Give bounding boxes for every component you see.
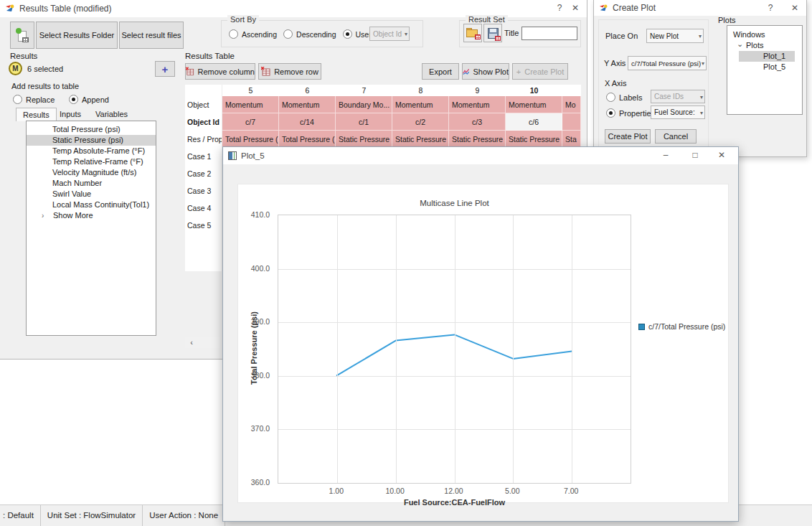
table-cell[interactable]: Mo [562, 96, 581, 113]
close-icon[interactable]: ✕ [567, 1, 584, 16]
case-row-header[interactable]: Case 2 [185, 165, 222, 182]
sort-ascending-radio[interactable] [229, 29, 238, 39]
table-cell[interactable]: Static Pressure ... [506, 131, 562, 148]
export-button[interactable]: Export [422, 63, 459, 80]
column-header[interactable]: 9 [449, 85, 506, 96]
create-plot-dialog: Create Plot ? ✕ Place On New Plot Y Axis… [593, 0, 807, 157]
table-cell[interactable]: c/14 [279, 113, 336, 131]
plot-area[interactable] [278, 215, 631, 484]
tab-results[interactable]: Results [16, 108, 57, 121]
table-cell[interactable]: Static Pressure ... [336, 131, 392, 148]
table-cell[interactable]: Momentum [222, 96, 279, 113]
column-header[interactable]: 7 [336, 85, 392, 96]
column-header[interactable]: 6 [279, 85, 336, 96]
tree-branch-plots[interactable]: ⌄ Plots [727, 40, 802, 51]
legend-label: c/7/Total Pressure (psi) [648, 322, 725, 331]
row-header[interactable]: Res / Prop [185, 131, 222, 148]
table-cell[interactable]: Momentum [506, 96, 562, 113]
y-axis-dropdown[interactable]: c/7/Total Pressure (psi) [628, 56, 707, 70]
select-result-files-button[interactable]: Select result files [119, 22, 184, 49]
load-result-set-button[interactable] [463, 24, 482, 42]
case-row-header[interactable]: Case 3 [185, 182, 222, 199]
x-properties-radio[interactable] [606, 108, 615, 118]
y-axis-label: Y Axis [604, 59, 625, 67]
maximize-icon[interactable]: □ [686, 148, 704, 163]
sort-user-selection-radio[interactable] [343, 29, 352, 39]
create-plot-form: Place On New Plot Y Axis c/7/Total Press… [598, 19, 709, 150]
column-header-selected[interactable]: 10 [506, 85, 562, 96]
place-on-dropdown[interactable]: New Plot [646, 29, 704, 43]
table-cell[interactable]: Static Pressure ... [449, 131, 506, 148]
list-item-selected[interactable]: Static Pressure (psi) [27, 135, 156, 146]
add-result-button[interactable]: + [155, 61, 175, 77]
status-unit-set: Unit Set : FlowSimulator [41, 505, 143, 526]
create-plot-confirm-button[interactable]: Create Plot [605, 129, 651, 144]
x-labels-label[interactable]: Labels [619, 93, 642, 102]
row-header[interactable]: Object Id [185, 113, 222, 131]
case-row-header[interactable]: Case 4 [185, 199, 222, 217]
sort-ascending-label[interactable]: Ascending [242, 30, 277, 39]
table-cell[interactable]: Momentum [449, 96, 506, 113]
list-item[interactable]: Swirl Value [27, 189, 156, 199]
replace-label[interactable]: Replace [26, 95, 55, 104]
show-more-item[interactable]: › Show More [27, 210, 156, 221]
table-cell[interactable]: c/1 [336, 113, 392, 131]
remove-column-button[interactable]: Remove column [185, 63, 255, 80]
table-cell[interactable]: Momentum [392, 96, 449, 113]
help-icon[interactable]: ? [762, 1, 779, 16]
column-header[interactable]: 8 [392, 85, 449, 96]
table-cell[interactable]: c/2 [392, 113, 449, 131]
list-item[interactable]: Temp Absolute-Frame (°F) [27, 146, 156, 156]
tab-inputs[interactable]: Inputs [53, 108, 88, 121]
case-row-header[interactable]: Case 1 [185, 148, 222, 165]
sort-descending-label[interactable]: Descending [296, 30, 336, 39]
x-labels-radio[interactable] [606, 93, 615, 102]
help-icon[interactable]: ? [551, 1, 568, 16]
list-item[interactable]: Velocity Magnitude (ft/s) [27, 167, 156, 178]
tree-item-plot1-selected[interactable]: Plot_1 [739, 51, 795, 62]
table-cell[interactable]: Total Pressure (... [222, 131, 279, 148]
row-header[interactable]: Object [185, 96, 222, 113]
close-icon[interactable]: ✕ [713, 148, 730, 163]
column-header[interactable]: 5 [222, 85, 279, 96]
select-results-folder-button[interactable]: Select Results Folder [36, 22, 118, 49]
plots-tree: Windows ⌄ Plots Plot_1 Plot_5 [727, 25, 803, 115]
case-row-header[interactable]: Case 5 [185, 217, 222, 234]
fuel-source-dropdown[interactable]: Fuel Source: [651, 105, 705, 119]
scroll-left-icon[interactable]: ‹ [187, 337, 197, 348]
sort-key-dropdown[interactable]: Object Id [369, 27, 410, 41]
chevron-down-icon[interactable]: ⌄ [737, 39, 743, 50]
close-icon[interactable]: ✕ [786, 1, 803, 16]
table-cell[interactable]: c/3 [449, 113, 506, 131]
list-item[interactable]: Local Mass Continuity(Tol1) [27, 199, 156, 210]
list-item[interactable]: Total Pressure (psi) [27, 124, 156, 135]
tab-variables[interactable]: Variables [89, 108, 134, 121]
save-result-set-button[interactable] [483, 24, 502, 42]
table-cell[interactable] [562, 113, 581, 131]
table-cell[interactable]: Static Pressure ... [392, 131, 449, 148]
replace-radio[interactable] [13, 95, 22, 104]
table-cell[interactable]: Sta [562, 131, 581, 148]
table-cell[interactable]: Momentum [279, 96, 336, 113]
add-results-folder-button[interactable] [10, 22, 34, 49]
append-radio[interactable] [69, 95, 78, 104]
table-cell[interactable]: Boundary Mo... [336, 96, 392, 113]
cancel-button[interactable]: Cancel [655, 129, 697, 144]
minimize-icon[interactable]: – [657, 148, 674, 163]
create-plot-button-disabled[interactable]: + Create Plot [512, 63, 568, 80]
case-ids-dropdown[interactable]: Case IDs [651, 90, 705, 103]
y-tick-label: 400.0 [251, 264, 270, 273]
x-properties-label[interactable]: Properties [619, 109, 655, 118]
append-label[interactable]: Append [82, 95, 109, 104]
list-item[interactable]: Mach Number [27, 178, 156, 189]
show-plot-button[interactable]: Show Plot [462, 63, 509, 80]
column-header-partial [562, 85, 581, 96]
table-cell-selected[interactable]: c/6 [506, 113, 562, 131]
tree-item-plot5[interactable]: Plot_5 [727, 62, 802, 72]
remove-row-button[interactable]: Remove row [258, 63, 321, 80]
result-set-title-input[interactable] [521, 27, 577, 40]
sort-descending-radio[interactable] [283, 29, 293, 39]
list-item[interactable]: Temp Relative-Frame (°F) [27, 156, 156, 167]
table-cell[interactable]: c/7 [222, 113, 279, 131]
table-cell[interactable]: Total Pressure (... [279, 131, 336, 148]
